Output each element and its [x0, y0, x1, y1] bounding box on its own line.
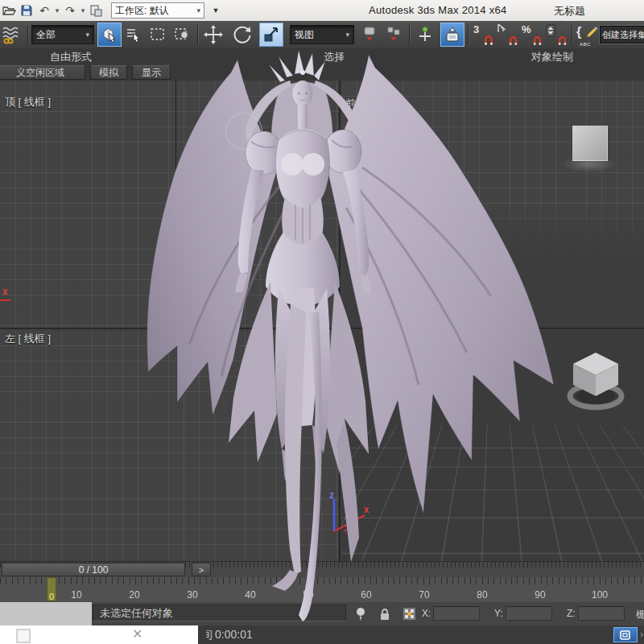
maximize-viewport-icon — [619, 630, 632, 641]
use-pivot-center-button[interactable] — [357, 23, 382, 47]
current-frame-label: 0 — [49, 592, 54, 601]
viewport-area: 顶 [ 线框 ] 前 [ 左 [ 线框 ] z x x — [0, 80, 644, 561]
status-bar: 未选定任何对象 X: Y: Z: 栅 — [0, 602, 644, 625]
save-icon — [21, 5, 32, 16]
redo-button[interactable]: ↷ — [61, 2, 79, 19]
undo-dropdown[interactable]: ▾ — [53, 6, 61, 14]
track-bar-ticks — [0, 577, 644, 584]
grid-size-label: 栅 — [636, 608, 644, 621]
coord-system-value: 视图 — [295, 28, 314, 42]
selection-lock-toggle[interactable] — [377, 606, 393, 621]
workspace-label: 工作区: 默认 — [115, 4, 169, 18]
axis-z-label: z — [329, 489, 334, 501]
chevron-icon: › — [640, 628, 643, 640]
workspace-selector[interactable]: 工作区: 默认 ▾ — [111, 2, 204, 19]
percent-label: % — [522, 23, 531, 35]
keyboard-shortcut-override-button[interactable] — [440, 23, 464, 47]
viewport-front-lower[interactable] — [341, 254, 644, 328]
overlay-stop-button[interactable] — [16, 629, 31, 643]
circle-helper-object — [225, 113, 262, 150]
undo-icon: ↶ — [39, 4, 49, 17]
viewport-label-left[interactable]: 左 [ 线框 ] — [5, 332, 51, 346]
ribbon: 自由形式 选择 对象绘制 义空闲区域 模拟 显示 — [0, 48, 644, 80]
clipboard-icon — [90, 5, 102, 17]
caret-down-icon: ▾ — [196, 6, 200, 14]
viewport-left[interactable] — [0, 330, 339, 561]
toolbar-separator — [27, 25, 28, 44]
tick-label: 40 — [245, 589, 255, 601]
status-prompt-field: 未选定任何对象 — [93, 605, 346, 621]
viewport-label-front[interactable]: 前 [ — [345, 97, 361, 111]
select-and-rotate-button[interactable] — [230, 23, 254, 47]
open-file-button[interactable] — [0, 2, 18, 19]
bind-space-warp-button[interactable] — [0, 23, 24, 47]
magnet-icon — [531, 34, 543, 46]
selection-filter-value: 全部 — [36, 28, 56, 42]
spinner-snap-button[interactable] — [544, 23, 568, 47]
angle-snap-button[interactable] — [496, 23, 520, 47]
selection-filter-dropdown[interactable]: 全部 ▾ — [31, 25, 94, 44]
select-object-icon — [101, 26, 118, 43]
viewport-navigation-button[interactable] — [613, 627, 638, 642]
overlay-close-button[interactable]: ✕ — [132, 626, 142, 642]
rectangular-selection-button[interactable] — [146, 23, 170, 47]
select-by-name-icon — [125, 26, 142, 43]
tick-label: 70 — [419, 589, 429, 601]
use-selection-center-button[interactable] — [382, 23, 406, 47]
move-icon — [204, 25, 223, 44]
magnet-icon — [482, 33, 495, 46]
viewcube-perspective[interactable] — [564, 346, 628, 414]
time-value: 0:00:01 — [215, 628, 253, 642]
ribbon-tab-freeform[interactable]: 自由形式 — [50, 50, 92, 64]
select-and-scale-button[interactable] — [259, 23, 283, 47]
abc-label: ABC — [580, 42, 591, 47]
snap-3d-label: 3 — [473, 23, 479, 35]
ribbon-tab-selection[interactable]: 选择 — [324, 50, 345, 64]
z-coordinate-field[interactable] — [578, 606, 625, 621]
snap-toggle-3d-button[interactable]: 3 — [472, 23, 496, 47]
absolute-mode-toggle[interactable] — [401, 606, 417, 621]
overlay-panel-top — [0, 602, 92, 625]
next-frame-button[interactable]: > — [192, 563, 211, 576]
viewport-label-top[interactable]: 顶 [ 线框 ] — [5, 95, 51, 109]
select-object-button[interactable] — [97, 23, 122, 47]
tick-label: 50 — [303, 589, 313, 601]
save-button[interactable] — [18, 2, 35, 19]
x-coordinate-field[interactable] — [433, 606, 480, 621]
selection-region-icon — [149, 26, 167, 43]
tick-label: 90 — [535, 589, 545, 601]
y-coordinate-label: Y: — [494, 608, 503, 619]
workspace-dropdown-button[interactable]: ▼ — [209, 3, 222, 18]
ribbon-panel-simulate[interactable]: 模拟 — [90, 65, 127, 80]
tick-label: 100 — [592, 589, 608, 601]
redo-dropdown[interactable]: ▾ — [79, 6, 87, 14]
select-and-manipulate-button[interactable] — [413, 23, 437, 47]
percent-snap-button[interactable]: % — [520, 23, 544, 47]
named-selection-set-field[interactable]: 创建选择集 — [600, 26, 644, 43]
y-coordinate-field[interactable] — [506, 606, 552, 621]
title-bar: ↶ ▾ ↷ ▾ 工作区: 默认 ▾ ▼ Autodesk 3ds Max 201… — [0, 0, 644, 22]
ribbon-panel-display[interactable]: 显示 — [132, 65, 171, 80]
tick-label: 20 — [129, 589, 139, 601]
select-by-name-button[interactable] — [122, 23, 146, 47]
undo-button[interactable]: ↶ — [35, 2, 53, 19]
isolate-selection-toggle[interactable] — [353, 606, 369, 621]
space-warp-icon — [2, 25, 23, 44]
ribbon-panel-idle-area[interactable]: 义空闲区域 — [0, 65, 85, 80]
ribbon-tab-object-paint[interactable]: 对象绘制 — [531, 50, 573, 64]
track-bar[interactable]: 10 20 30 40 50 60 70 80 90 100 0 — [0, 577, 644, 603]
viewcube[interactable] — [572, 126, 608, 161]
viewport-top[interactable] — [0, 80, 339, 328]
window-crossing-icon — [173, 26, 191, 43]
time-slider-handle[interactable]: 0 / 100 — [2, 563, 185, 576]
window-crossing-button[interactable] — [170, 23, 194, 47]
edit-named-selection-sets-button[interactable]: { ABC — [576, 23, 600, 47]
coordinate-system-dropdown[interactable]: 视图 ▾ — [290, 25, 354, 44]
project-folder-button[interactable] — [87, 2, 105, 19]
document-title: 无标题 — [554, 4, 585, 19]
rotate-icon — [232, 24, 253, 45]
keyboard-override-icon — [444, 26, 461, 43]
current-frame-marker[interactable]: 0 — [47, 577, 56, 601]
select-and-move-button[interactable] — [201, 23, 225, 47]
viewport-divider-horizontal[interactable] — [0, 328, 644, 329]
